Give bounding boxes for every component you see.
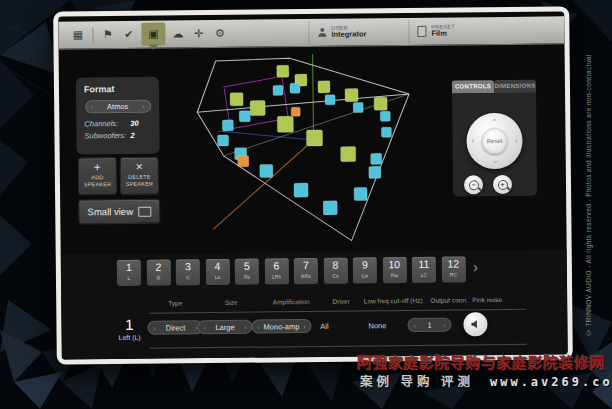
channels-count-row: Channels: 30 <box>84 119 151 129</box>
speaker-cube[interactable] <box>374 97 387 110</box>
tab-dimensions[interactable]: DIMENSIONS <box>494 80 536 93</box>
rotate-right-icon[interactable]: › <box>515 137 518 145</box>
channel-button[interactable]: 6LRs <box>264 258 288 284</box>
low-freq-value[interactable]: None <box>368 321 386 330</box>
speaker-cube[interactable] <box>273 85 283 95</box>
channel-button[interactable]: 9Lw <box>353 257 377 283</box>
column-header: Output conn. <box>431 296 468 303</box>
speaker-cube[interactable] <box>323 201 337 215</box>
rotate-up-icon[interactable]: ‹ <box>490 119 498 122</box>
divider <box>150 344 527 349</box>
checkmark-icon[interactable]: ✔ <box>118 23 139 46</box>
column-header: Size <box>225 299 238 306</box>
view-rotation-dpad[interactable]: ‹ › ‹ › Reset <box>466 113 523 170</box>
channel-button[interactable]: 3C <box>176 259 200 285</box>
channels-value: 30 <box>130 119 138 128</box>
speaker-cube[interactable] <box>222 120 233 131</box>
reset-view-button[interactable]: Reset <box>481 128 507 154</box>
next-arrow-icon[interactable]: › <box>303 323 305 330</box>
speaker-cube[interactable] <box>369 166 381 178</box>
prev-arrow-icon[interactable]: ‹ <box>413 321 415 328</box>
subwoofers-label: Subwoofers: <box>84 131 130 140</box>
speaker-cube[interactable] <box>250 100 265 115</box>
zoom-out-button[interactable]: − <box>464 175 483 194</box>
gear-icon[interactable]: ⚙ <box>209 22 230 45</box>
screenshot-stage: ▦ ⚑ ✔ ▣ ☁ ✛ ⚙ USER Integrator <box>0 0 612 409</box>
file-icon <box>417 26 426 37</box>
row-channel-name: Left (L) <box>106 334 154 342</box>
rotate-left-icon[interactable]: ‹ <box>472 137 475 145</box>
preset-selector[interactable]: PRESET Film <box>408 19 509 43</box>
format-value: Atmos <box>107 102 128 111</box>
flag-icon[interactable]: ⚑ <box>97 23 118 46</box>
prev-arrow-icon[interactable]: ‹ <box>257 323 259 330</box>
speaker-cube[interactable] <box>291 107 300 116</box>
speaker-cube[interactable] <box>238 156 249 167</box>
rotate-down-icon[interactable]: › <box>491 161 499 164</box>
speaker-cube[interactable] <box>290 83 300 93</box>
speaker-cube[interactable] <box>381 127 391 137</box>
copyright-sidebar-text: © TRINNOV AUDIO - All rights reserved - … <box>585 30 592 360</box>
speaker-cube[interactable] <box>230 93 243 106</box>
column-header: Type <box>168 299 182 306</box>
channel-button[interactable]: 8Cs <box>323 258 347 284</box>
user-selector[interactable]: USER Integrator <box>308 20 409 44</box>
channel-button[interactable]: 1L <box>117 260 141 286</box>
speaker-cube[interactable] <box>345 89 358 102</box>
speaker-cube[interactable] <box>260 164 273 177</box>
speaker-cube[interactable] <box>354 187 367 200</box>
type-select[interactable]: ‹ Direct › <box>147 320 203 335</box>
amplification-select[interactable]: ‹ Mono-amp › <box>251 319 311 334</box>
next-arrow-icon[interactable]: › <box>142 103 144 110</box>
speaker-cube[interactable] <box>306 130 322 146</box>
speaker-view-icon[interactable]: ▣ <box>141 23 165 46</box>
channel-button[interactable]: 10Rw <box>382 257 406 283</box>
channel-button[interactable]: 2R <box>146 259 170 285</box>
speaker-cube[interactable] <box>277 116 293 132</box>
format-select[interactable]: ‹ Atmos › <box>85 100 151 114</box>
channel-button[interactable]: 11LC <box>412 257 436 283</box>
prev-arrow-icon[interactable]: ‹ <box>91 103 93 110</box>
next-arrow-icon[interactable]: › <box>443 321 445 328</box>
speaker-cube[interactable] <box>371 153 382 164</box>
toolbar-separator <box>92 27 93 43</box>
driver-value[interactable]: All <box>320 322 328 331</box>
prev-arrow-icon[interactable]: ‹ <box>203 324 205 331</box>
channels-next-button[interactable]: › <box>473 258 478 275</box>
small-view-button[interactable]: Small view <box>78 199 160 225</box>
small-view-icon <box>138 206 151 216</box>
channel-button[interactable]: 5Rs <box>235 259 259 285</box>
speaker-cube[interactable] <box>380 111 390 121</box>
tab-controls[interactable]: CONTROLS <box>452 80 494 93</box>
zoom-in-button[interactable]: + <box>493 175 512 194</box>
channel-button[interactable]: 12RC <box>441 256 465 282</box>
speaker-cube[interactable] <box>353 102 363 112</box>
next-arrow-icon[interactable]: › <box>244 323 246 330</box>
column-header: Driver <box>333 298 350 305</box>
person-icon <box>317 28 326 37</box>
move-icon[interactable]: ✛ <box>188 22 209 45</box>
cloud-icon[interactable]: ☁ <box>167 22 188 45</box>
room-3d-viewport[interactable] <box>184 48 466 251</box>
speaker-cube[interactable] <box>277 65 289 77</box>
pink-noise-button[interactable] <box>463 312 487 336</box>
speaker-cube[interactable] <box>217 135 228 146</box>
speaker-cube[interactable] <box>318 81 330 93</box>
watermark-url[interactable]: www.av269.com <box>490 375 612 389</box>
output-conn-select[interactable]: ‹ 1 › <box>407 318 451 332</box>
watermark-title: 阿强家庭影院导购与家庭影院装修网 <box>357 351 605 372</box>
speaker-cube[interactable] <box>294 183 308 197</box>
prev-arrow-icon[interactable]: ‹ <box>153 324 155 331</box>
size-select[interactable]: ‹ Large › <box>197 320 252 335</box>
channel-button[interactable]: 7RRs <box>294 258 318 284</box>
speaker-cube[interactable] <box>341 147 356 162</box>
speaker-cube[interactable] <box>325 95 335 105</box>
small-view-label: Small view <box>88 206 134 217</box>
delete-speaker-button[interactable]: × DELETE SPEAKER <box>120 157 159 195</box>
row-channel-number: 1 <box>117 316 141 333</box>
apps-grid-icon[interactable]: ▦ <box>67 23 88 46</box>
column-header: Low freq cut-off (Hz) <box>364 297 423 305</box>
add-speaker-button[interactable]: + ADD SPEAKER <box>78 157 117 195</box>
speaker-cube[interactable] <box>239 111 250 122</box>
channel-button[interactable]: 4Ls <box>205 259 229 285</box>
